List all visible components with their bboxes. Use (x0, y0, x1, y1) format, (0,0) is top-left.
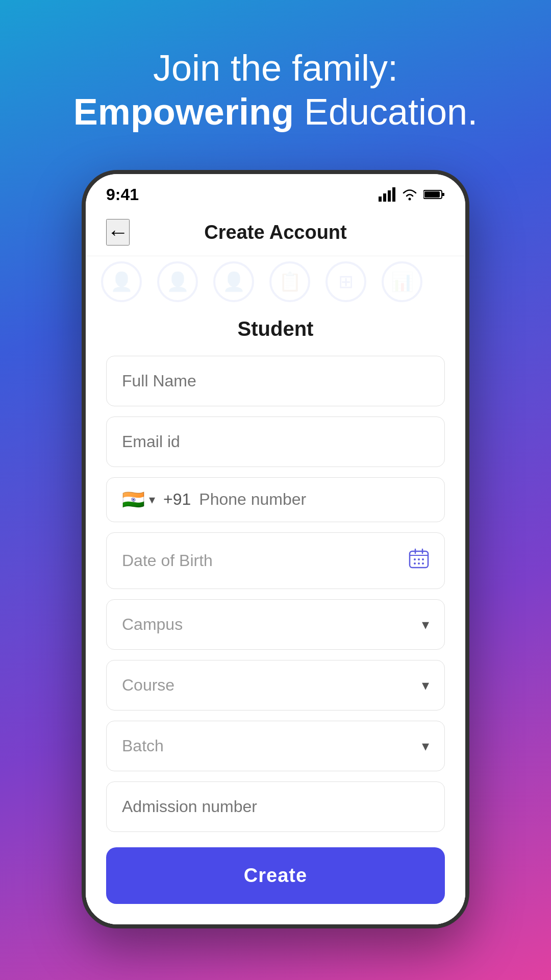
status-icons (379, 187, 445, 202)
svg-point-13 (418, 558, 420, 560)
watermark-person-icon: 👤 (101, 261, 142, 302)
svg-point-16 (418, 562, 420, 565)
country-chevron-icon: ▾ (149, 493, 155, 507)
svg-rect-7 (424, 191, 440, 198)
back-button[interactable]: ← (106, 219, 130, 246)
watermark-doc-icon: 📋 (269, 261, 310, 302)
header-section: Join the family: Empowering Education. (43, 46, 508, 134)
course-chevron-icon: ▾ (422, 677, 429, 694)
watermark-icons: 👤 👤 👤 📋 ⊞ 📊 (101, 261, 422, 302)
svg-rect-0 (379, 197, 382, 202)
india-flag-icon: 🇮🇳 (122, 489, 145, 510)
svg-point-15 (414, 562, 416, 565)
form-section: Student 🇮🇳 ▾ +91 Date of Birth (86, 317, 465, 924)
app-content: ← Create Account 👤 👤 👤 📋 ⊞ 📊 Student (86, 209, 465, 924)
campus-field[interactable]: Campus ▾ (106, 599, 445, 650)
svg-point-14 (422, 558, 424, 560)
course-label: Course (122, 676, 174, 695)
course-field[interactable]: Course ▾ (106, 660, 445, 710)
campus-label: Campus (122, 615, 183, 634)
batch-chevron-icon: ▾ (422, 738, 429, 754)
phone-mockup: 9:41 (82, 170, 469, 928)
signal-icon (379, 187, 396, 202)
battery-icon (423, 189, 445, 200)
nav-bar: ← Create Account (86, 209, 465, 256)
batch-label: Batch (122, 737, 164, 755)
calendar-icon[interactable] (409, 548, 429, 573)
wifi-icon (401, 187, 418, 202)
svg-rect-2 (388, 190, 391, 202)
email-field[interactable] (106, 416, 445, 467)
campus-chevron-icon: ▾ (422, 616, 429, 633)
country-selector[interactable]: 🇮🇳 ▾ (122, 489, 155, 510)
page-title: Create Account (204, 222, 346, 243)
email-input[interactable] (122, 432, 429, 451)
watermark-grid-icon: ⊞ (325, 261, 366, 302)
create-button[interactable]: Create (106, 847, 445, 904)
svg-rect-3 (392, 187, 395, 202)
batch-field[interactable]: Batch ▾ (106, 721, 445, 771)
full-name-field[interactable] (106, 356, 445, 406)
full-name-input[interactable] (122, 372, 429, 390)
admission-field[interactable] (106, 781, 445, 832)
status-time: 9:41 (106, 185, 139, 204)
svg-point-17 (422, 562, 424, 565)
watermark-person2-icon: 👤 (157, 261, 198, 302)
phone-field[interactable]: 🇮🇳 ▾ +91 (106, 477, 445, 522)
section-title: Student (106, 317, 445, 340)
admission-input[interactable] (122, 797, 429, 816)
header-bold: Empowering (73, 91, 294, 132)
header-line2: Empowering Education. (73, 90, 478, 134)
svg-rect-1 (383, 193, 386, 202)
watermark-person3-icon: 👤 (213, 261, 254, 302)
svg-point-4 (409, 198, 411, 201)
svg-point-12 (414, 558, 416, 560)
svg-rect-6 (442, 193, 444, 196)
watermark-chart-icon: 📊 (382, 261, 422, 302)
status-bar: 9:41 (86, 174, 465, 209)
watermark-area: 👤 👤 👤 📋 ⊞ 📊 (86, 256, 465, 317)
dob-field[interactable]: Date of Birth (106, 532, 445, 589)
calendar-svg (409, 548, 429, 569)
header-line1: Join the family: (73, 46, 478, 90)
phone-input[interactable] (199, 490, 429, 509)
header-normal: Education. (294, 91, 478, 132)
dob-label: Date of Birth (122, 551, 213, 570)
phone-code: +91 (163, 490, 191, 509)
